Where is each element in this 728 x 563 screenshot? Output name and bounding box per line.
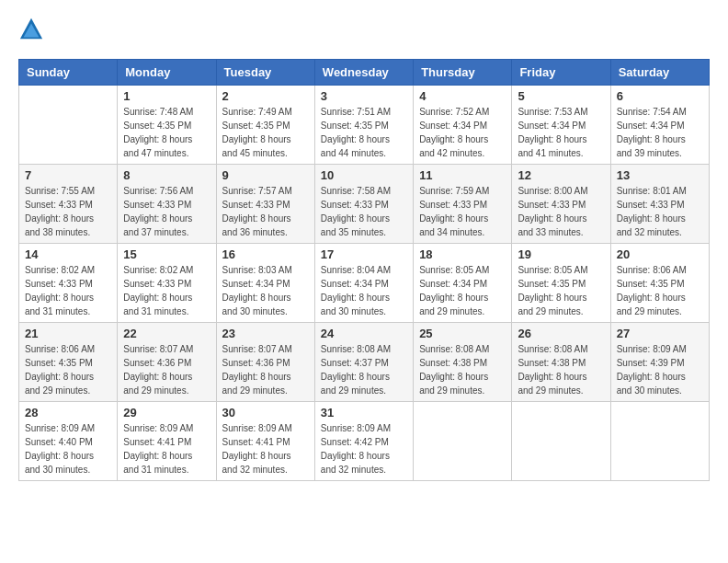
day-info: Sunrise: 8:09 AM Sunset: 4:41 PM Dayligh… xyxy=(123,421,210,477)
day-info: Sunrise: 8:07 AM Sunset: 4:36 PM Dayligh… xyxy=(222,342,309,397)
day-number: 15 xyxy=(123,247,210,261)
day-number: 1 xyxy=(123,89,210,103)
calendar-week-row: 14Sunrise: 8:02 AM Sunset: 4:33 PM Dayli… xyxy=(19,244,710,323)
day-info: Sunrise: 7:56 AM Sunset: 4:33 PM Dayligh… xyxy=(123,184,210,239)
day-info: Sunrise: 8:07 AM Sunset: 4:36 PM Dayligh… xyxy=(123,342,210,397)
day-info: Sunrise: 7:51 AM Sunset: 4:35 PM Dayligh… xyxy=(321,105,407,160)
calendar-cell: 10Sunrise: 7:58 AM Sunset: 4:33 PM Dayli… xyxy=(314,165,413,244)
calendar-cell: 19Sunrise: 8:05 AM Sunset: 4:35 PM Dayli… xyxy=(512,244,610,323)
calendar-cell: 2Sunrise: 7:49 AM Sunset: 4:35 PM Daylig… xyxy=(216,86,314,165)
calendar-table: SundayMondayTuesdayWednesdayThursdayFrid… xyxy=(18,59,710,481)
day-number: 17 xyxy=(321,247,407,261)
calendar-cell: 26Sunrise: 8:08 AM Sunset: 4:38 PM Dayli… xyxy=(512,323,610,402)
calendar-cell: 8Sunrise: 7:56 AM Sunset: 4:33 PM Daylig… xyxy=(118,165,216,244)
calendar-cell: 9Sunrise: 7:57 AM Sunset: 4:33 PM Daylig… xyxy=(216,165,314,244)
weekday-header: Monday xyxy=(118,60,216,86)
day-number: 22 xyxy=(123,327,210,340)
day-info: Sunrise: 7:53 AM Sunset: 4:34 PM Dayligh… xyxy=(518,105,604,160)
day-number: 27 xyxy=(617,327,703,340)
calendar-cell: 30Sunrise: 8:09 AM Sunset: 4:41 PM Dayli… xyxy=(216,402,314,481)
day-number: 28 xyxy=(25,406,111,419)
calendar-cell: 27Sunrise: 8:09 AM Sunset: 4:39 PM Dayli… xyxy=(610,323,709,402)
calendar-cell: 31Sunrise: 8:09 AM Sunset: 4:42 PM Dayli… xyxy=(314,402,413,481)
day-info: Sunrise: 8:09 AM Sunset: 4:39 PM Dayligh… xyxy=(617,342,703,397)
day-number: 23 xyxy=(222,327,309,340)
day-number: 24 xyxy=(321,327,407,340)
day-number: 19 xyxy=(518,247,604,261)
day-info: Sunrise: 7:59 AM Sunset: 4:33 PM Dayligh… xyxy=(419,184,506,239)
calendar-cell: 28Sunrise: 8:09 AM Sunset: 4:40 PM Dayli… xyxy=(19,402,118,481)
day-info: Sunrise: 8:09 AM Sunset: 4:41 PM Dayligh… xyxy=(222,421,309,477)
day-number: 14 xyxy=(25,247,111,261)
day-info: Sunrise: 8:02 AM Sunset: 4:33 PM Dayligh… xyxy=(25,263,111,318)
calendar-cell: 12Sunrise: 8:00 AM Sunset: 4:33 PM Dayli… xyxy=(512,165,610,244)
calendar-cell: 17Sunrise: 8:04 AM Sunset: 4:34 PM Dayli… xyxy=(314,244,413,323)
calendar-cell: 6Sunrise: 7:54 AM Sunset: 4:34 PM Daylig… xyxy=(610,86,709,165)
calendar-cell: 5Sunrise: 7:53 AM Sunset: 4:34 PM Daylig… xyxy=(512,86,610,165)
calendar-cell: 4Sunrise: 7:52 AM Sunset: 4:34 PM Daylig… xyxy=(414,86,512,165)
day-info: Sunrise: 8:09 AM Sunset: 4:42 PM Dayligh… xyxy=(321,421,407,477)
calendar-week-row: 7Sunrise: 7:55 AM Sunset: 4:33 PM Daylig… xyxy=(19,165,710,244)
weekday-header: Friday xyxy=(512,60,610,86)
day-info: Sunrise: 8:01 AM Sunset: 4:33 PM Dayligh… xyxy=(617,184,703,239)
day-number: 9 xyxy=(222,168,309,182)
day-number: 10 xyxy=(321,168,407,182)
day-info: Sunrise: 7:48 AM Sunset: 4:35 PM Dayligh… xyxy=(123,105,210,160)
day-info: Sunrise: 8:09 AM Sunset: 4:40 PM Dayligh… xyxy=(25,421,111,477)
weekday-header: Thursday xyxy=(414,60,512,86)
day-number: 4 xyxy=(419,89,506,103)
day-number: 7 xyxy=(25,168,111,182)
day-number: 29 xyxy=(123,406,210,419)
weekday-header: Wednesday xyxy=(314,60,413,86)
day-number: 30 xyxy=(222,406,309,419)
calendar-week-row: 21Sunrise: 8:06 AM Sunset: 4:35 PM Dayli… xyxy=(19,323,710,402)
day-info: Sunrise: 8:05 AM Sunset: 4:35 PM Dayligh… xyxy=(518,263,604,318)
day-number: 26 xyxy=(518,327,604,340)
weekday-header: Tuesday xyxy=(216,60,314,86)
day-info: Sunrise: 8:06 AM Sunset: 4:35 PM Dayligh… xyxy=(617,263,703,318)
day-info: Sunrise: 8:06 AM Sunset: 4:35 PM Dayligh… xyxy=(25,342,111,397)
day-number: 12 xyxy=(518,168,604,182)
calendar-week-row: 1Sunrise: 7:48 AM Sunset: 4:35 PM Daylig… xyxy=(19,86,710,165)
weekday-header: Saturday xyxy=(610,60,709,86)
day-info: Sunrise: 8:02 AM Sunset: 4:33 PM Dayligh… xyxy=(123,263,210,318)
logo-icon xyxy=(18,17,44,42)
calendar-cell: 22Sunrise: 8:07 AM Sunset: 4:36 PM Dayli… xyxy=(118,323,216,402)
calendar-cell xyxy=(19,86,118,165)
calendar-week-row: 28Sunrise: 8:09 AM Sunset: 4:40 PM Dayli… xyxy=(19,402,710,481)
calendar-cell xyxy=(610,402,709,481)
calendar-cell: 25Sunrise: 8:08 AM Sunset: 4:38 PM Dayli… xyxy=(414,323,512,402)
day-info: Sunrise: 7:54 AM Sunset: 4:34 PM Dayligh… xyxy=(617,105,703,160)
calendar-cell: 29Sunrise: 8:09 AM Sunset: 4:41 PM Dayli… xyxy=(118,402,216,481)
day-number: 16 xyxy=(222,247,309,261)
day-number: 20 xyxy=(617,247,703,261)
day-number: 13 xyxy=(617,168,703,182)
day-info: Sunrise: 8:08 AM Sunset: 4:37 PM Dayligh… xyxy=(321,342,407,397)
day-info: Sunrise: 7:55 AM Sunset: 4:33 PM Dayligh… xyxy=(25,184,111,239)
calendar-cell: 13Sunrise: 8:01 AM Sunset: 4:33 PM Dayli… xyxy=(610,165,709,244)
calendar-cell xyxy=(512,402,610,481)
day-info: Sunrise: 8:08 AM Sunset: 4:38 PM Dayligh… xyxy=(419,342,506,397)
logo xyxy=(18,18,46,44)
weekday-header: Sunday xyxy=(19,60,118,86)
calendar-cell: 11Sunrise: 7:59 AM Sunset: 4:33 PM Dayli… xyxy=(414,165,512,244)
calendar-cell: 15Sunrise: 8:02 AM Sunset: 4:33 PM Dayli… xyxy=(118,244,216,323)
day-number: 8 xyxy=(123,168,210,182)
day-number: 18 xyxy=(419,247,506,261)
day-number: 11 xyxy=(419,168,506,182)
calendar-cell: 18Sunrise: 8:05 AM Sunset: 4:34 PM Dayli… xyxy=(414,244,512,323)
calendar-cell xyxy=(414,402,512,481)
calendar-cell: 7Sunrise: 7:55 AM Sunset: 4:33 PM Daylig… xyxy=(19,165,118,244)
calendar-cell: 24Sunrise: 8:08 AM Sunset: 4:37 PM Dayli… xyxy=(314,323,413,402)
calendar-cell: 16Sunrise: 8:03 AM Sunset: 4:34 PM Dayli… xyxy=(216,244,314,323)
day-info: Sunrise: 7:57 AM Sunset: 4:33 PM Dayligh… xyxy=(222,184,309,239)
calendar-cell: 14Sunrise: 8:02 AM Sunset: 4:33 PM Dayli… xyxy=(19,244,118,323)
day-number: 31 xyxy=(321,406,407,419)
day-info: Sunrise: 8:05 AM Sunset: 4:34 PM Dayligh… xyxy=(419,263,506,318)
calendar-cell: 1Sunrise: 7:48 AM Sunset: 4:35 PM Daylig… xyxy=(118,86,216,165)
day-info: Sunrise: 7:52 AM Sunset: 4:34 PM Dayligh… xyxy=(419,105,506,160)
day-info: Sunrise: 7:49 AM Sunset: 4:35 PM Dayligh… xyxy=(222,105,309,160)
calendar-cell: 23Sunrise: 8:07 AM Sunset: 4:36 PM Dayli… xyxy=(216,323,314,402)
calendar-cell: 3Sunrise: 7:51 AM Sunset: 4:35 PM Daylig… xyxy=(314,86,413,165)
day-info: Sunrise: 8:00 AM Sunset: 4:33 PM Dayligh… xyxy=(518,184,604,239)
